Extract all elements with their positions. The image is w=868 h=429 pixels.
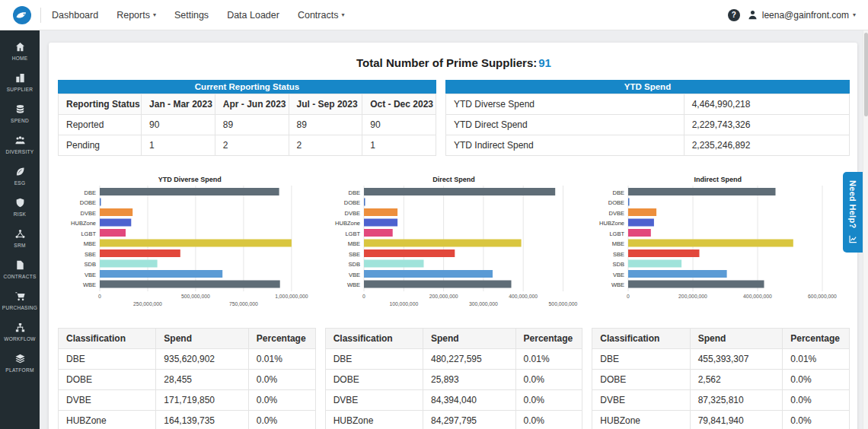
spend-icon xyxy=(14,103,26,115)
nav-item-data-loader[interactable]: Data Loader xyxy=(227,10,279,21)
nav-item-label: Settings xyxy=(174,10,209,21)
ytd-value: 2,229,743,326 xyxy=(684,115,849,135)
table-row: DVBE171,719,8500.0% xyxy=(59,390,316,411)
svg-text:300,000,000: 300,000,000 xyxy=(469,301,498,307)
svg-text:WBE: WBE xyxy=(611,281,624,288)
svg-text:400,000,000: 400,000,000 xyxy=(743,294,772,299)
svg-text:MBE: MBE xyxy=(84,240,96,247)
svg-text:LGBT: LGBT xyxy=(345,230,360,237)
svg-text:250,000,000: 250,000,000 xyxy=(133,301,162,307)
table-row: DOBE2,5620.0% xyxy=(592,370,850,390)
svg-text:0: 0 xyxy=(627,294,630,299)
sidebar: HOMESUPPLIERSPENDDIVERSITYESGRISKSRMCONT… xyxy=(0,30,40,429)
sidebar-item-label: ESG xyxy=(14,180,26,186)
table-row: YTD Diverse Spend4,464,990,218 xyxy=(446,94,850,115)
need-help-tab[interactable]: Need Help? xyxy=(843,172,863,253)
column-header: Reporting Status xyxy=(59,94,142,115)
table-row: Reported90898990 xyxy=(59,115,436,135)
chart-indirect-spend: Indirect SpendDBEDOBEDVBEHUBZoneLGBTMBES… xyxy=(586,176,850,313)
svg-text:SDB: SDB xyxy=(612,261,624,268)
sidebar-item-supplier[interactable]: SUPPLIER xyxy=(0,66,40,97)
esg-icon xyxy=(14,166,26,177)
svg-text:SDB: SDB xyxy=(349,261,360,268)
sidebar-item-diversity[interactable]: DIVERSITY xyxy=(0,129,40,160)
caret-down-icon: ▾ xyxy=(341,11,344,18)
table-row: DOBE25,8930.0% xyxy=(325,370,582,390)
sidebar-item-label: WORKFLOW xyxy=(4,336,35,342)
column-header: Percentage xyxy=(248,329,315,349)
chart-direct-spend-svg: DBEDOBEDVBEHUBZoneLGBTMBESBESDBVBEWBE010… xyxy=(326,185,582,313)
sidebar-item-platform[interactable]: PLATFORM xyxy=(0,347,40,378)
summary-title: Total Number of Prime Suppliers:91 xyxy=(58,56,850,69)
classification-table: ClassificationSpendPercentageDBE935,620,… xyxy=(58,328,316,429)
table-row: DOBE28,4550.0% xyxy=(59,370,316,390)
divider xyxy=(40,8,41,23)
home-icon xyxy=(14,41,26,52)
classification-table: ClassificationSpendPercentageDBE480,227,… xyxy=(325,328,583,429)
chart-ytd-diverse-spend: YTD Diverse SpendDBEDOBEDVBEHUBZoneLGBTM… xyxy=(58,176,322,313)
classification-table-2: ClassificationSpendPercentageDBE480,227,… xyxy=(325,328,583,429)
nav-item-label: Dashboard xyxy=(52,10,98,21)
platform-icon xyxy=(14,353,26,364)
column-header: Classification xyxy=(59,329,156,349)
column-header: Spend xyxy=(156,329,249,349)
nav-item-label: Contracts xyxy=(298,10,339,21)
nav-item-settings[interactable]: Settings xyxy=(174,10,209,21)
column-header: Classification xyxy=(325,329,423,349)
svg-text:0: 0 xyxy=(98,294,101,299)
svg-text:DOBE: DOBE xyxy=(344,199,360,206)
svg-text:LGBT: LGBT xyxy=(81,230,97,237)
scrollbar[interactable] xyxy=(863,30,868,429)
svg-text:SBE: SBE xyxy=(85,251,96,258)
table-row: HUBZone164,139,7350.0% xyxy=(59,411,316,429)
sidebar-item-workflow[interactable]: WORKFLOW xyxy=(0,316,40,347)
table-row: YTD Direct Spend2,229,743,326 xyxy=(446,115,850,135)
column-header: Jul - Sep 2023 xyxy=(289,94,362,115)
svg-text:SDB: SDB xyxy=(85,261,96,268)
sidebar-item-contracts[interactable]: CONTRACTS xyxy=(0,253,40,284)
nav-item-contracts[interactable]: Contracts▾ xyxy=(298,10,345,21)
account-menu[interactable]: leena@gainfront.com ▾ xyxy=(747,9,856,21)
nav-item-reports[interactable]: Reports▾ xyxy=(116,10,156,21)
chart-title: Indirect Spend xyxy=(694,176,742,183)
svg-text:MBE: MBE xyxy=(611,240,624,247)
sidebar-item-label: SUPPLIER xyxy=(7,87,34,92)
dashboard-card: Total Number of Prime Suppliers:91 Curre… xyxy=(49,43,857,429)
ytd-label: YTD Indirect Spend xyxy=(446,135,685,156)
svg-text:400,000,000: 400,000,000 xyxy=(509,294,538,299)
ytd-spend-table: YTD Diverse Spend4,464,990,218YTD Direct… xyxy=(445,94,850,156)
caret-down-icon: ▾ xyxy=(153,11,156,18)
svg-text:200,000,000: 200,000,000 xyxy=(678,294,707,299)
svg-text:200,000,000: 200,000,000 xyxy=(429,294,458,299)
gainfront-logo[interactable] xyxy=(12,5,32,25)
table-row: DBE480,227,5950.01% xyxy=(325,349,582,370)
supplier-icon xyxy=(14,72,26,84)
need-help-label: Need Help? xyxy=(848,180,857,229)
nav-item-dashboard[interactable]: Dashboard xyxy=(52,10,98,21)
help-icon[interactable]: ? xyxy=(728,9,740,21)
sidebar-item-home[interactable]: HOME xyxy=(0,35,40,66)
sidebar-item-label: SRM xyxy=(14,243,25,248)
sidebar-item-label: PLATFORM xyxy=(5,367,34,373)
risk-icon xyxy=(14,197,26,208)
sidebar-item-esg[interactable]: ESG xyxy=(0,160,40,191)
svg-text:750,000,000: 750,000,000 xyxy=(229,301,258,307)
svg-text:SBE: SBE xyxy=(349,251,360,258)
table-row: DBE455,393,3070.01% xyxy=(592,349,850,370)
sidebar-item-spend[interactable]: SPEND xyxy=(0,97,40,129)
scrollbar-thumb[interactable] xyxy=(864,33,868,116)
svg-text:DBE: DBE xyxy=(349,189,360,196)
column-header: Oct - Dec 2023 xyxy=(362,94,436,115)
svg-text:500,000,000: 500,000,000 xyxy=(549,301,578,307)
nav-item-label: Data Loader xyxy=(227,10,279,21)
sidebar-item-risk[interactable]: RISK xyxy=(0,191,40,222)
svg-text:VBE: VBE xyxy=(349,272,360,278)
sidebar-item-purchasing[interactable]: PURCHASING xyxy=(0,284,40,316)
sidebar-item-srm[interactable]: SRM xyxy=(0,222,40,253)
purchasing-icon xyxy=(14,291,26,302)
top-nav: DashboardReports▾SettingsData LoaderCont… xyxy=(52,10,344,21)
nav-item-label: Reports xyxy=(116,10,150,21)
table-row: HUBZone79,841,9400.0% xyxy=(592,411,850,429)
topbar-right: ? leena@gainfront.com ▾ xyxy=(728,9,856,21)
ytd-spend-header: YTD Spend xyxy=(445,80,850,94)
